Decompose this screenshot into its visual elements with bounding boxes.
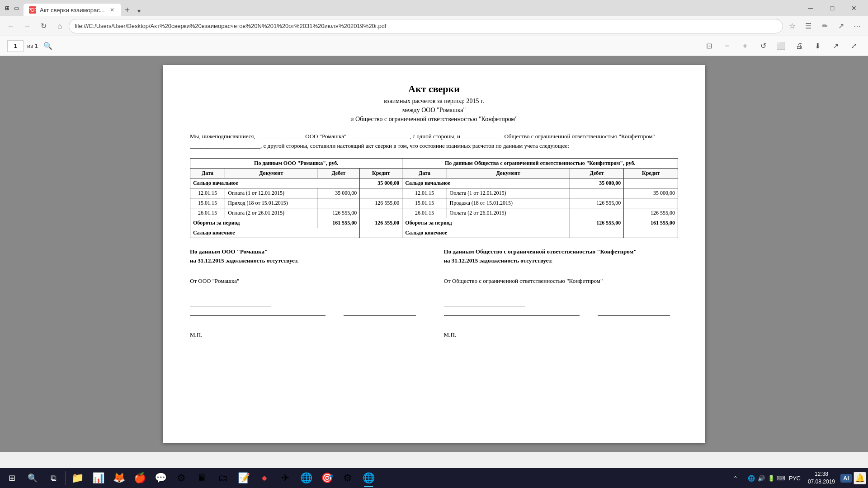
pdf-content-area: Акт сверки взаимных расчетов за период: …	[0, 56, 868, 452]
battery-icon[interactable]: 🔋	[767, 474, 775, 482]
col-doc-left: Документ	[225, 168, 317, 178]
right-saldo-kredit	[624, 178, 678, 188]
summary-section: По данным ООО "Ромашка" на 31.12.2015 за…	[190, 247, 678, 343]
right-saldo-final-kredit	[624, 228, 678, 238]
taskbar-app-red2[interactable]: 🎯	[317, 468, 337, 488]
left-oboroty-debet: 161 555,00	[317, 218, 360, 228]
title-bar: ⊞ ▭ PDF Акт сверки взаиморас... ✕ + ▾ ─ …	[0, 0, 868, 16]
sig-line-right	[444, 306, 525, 306]
notes-btn[interactable]: ✏	[817, 19, 832, 33]
taskbar-file-explorer[interactable]: 📁	[67, 468, 87, 488]
right-date-1: 12.01.15	[402, 188, 447, 198]
right-kredit-2	[624, 198, 678, 208]
more-btn[interactable]: ⋯	[850, 19, 864, 33]
left-debet-3: 126 555,00	[317, 208, 360, 218]
right-kredit-1: 35 000,00	[624, 188, 678, 198]
left-kredit-1	[360, 188, 402, 198]
print-btn[interactable]: 🖨	[792, 39, 807, 53]
taskbar-apple[interactable]: 🍎	[130, 468, 150, 488]
forward-btn[interactable]: →	[20, 19, 34, 33]
summary-right: По данным Общество с ограниченной ответс…	[444, 247, 678, 343]
zoom-in-btn[interactable]: +	[738, 39, 752, 53]
active-tab[interactable]: PDF Акт сверки взаиморас... ✕	[24, 4, 121, 16]
right-debet-3	[570, 208, 624, 218]
minimize-btn[interactable]: ─	[800, 0, 821, 16]
task-view-btn[interactable]: ⧉	[43, 468, 63, 488]
tab-close-btn[interactable]: ✕	[108, 6, 116, 14]
taskbar-edge[interactable]: 🌐	[359, 468, 378, 488]
taskbar-separator	[65, 471, 66, 485]
start-btn[interactable]: ⊞	[2, 468, 22, 488]
right-debet-1	[570, 188, 624, 198]
new-tab-btn[interactable]: +	[121, 4, 134, 16]
taskbar-yandex[interactable]: 🦊	[109, 468, 129, 488]
taskbar-search-btn[interactable]: 🔍	[23, 468, 42, 488]
taskbar-telegram[interactable]: ✈	[275, 468, 295, 488]
address-bar[interactable]: file:///C:/Users/User/Desktop/Акт%20свер…	[69, 19, 783, 33]
tab-list-btn[interactable]: ▭	[13, 5, 20, 12]
right-kredit-3: 126 555,00	[624, 208, 678, 218]
taskbar-app-red[interactable]: ●	[255, 468, 274, 488]
right-saldo-debet: 35 000,00	[570, 178, 624, 188]
tab-grid-btn[interactable]: ⊞	[4, 5, 11, 12]
share-btn[interactable]: ↗	[834, 19, 848, 33]
zoom-out-btn[interactable]: −	[720, 39, 734, 53]
close-btn[interactable]: ✕	[844, 0, 864, 16]
save-copy-btn[interactable]: ⬜	[774, 39, 788, 53]
left-oboroty-label: Обороты за период	[190, 218, 317, 228]
keyboard-icon[interactable]: ⌨	[777, 474, 785, 482]
pdf-toolbar: из 1 🔍 ⊡ − + ↺ ⬜ 🖨 ⬇ ↗ ⤢	[0, 36, 868, 56]
show-hidden-btn[interactable]: ^	[726, 468, 745, 488]
left-doc-1: Оплата (1 от 12.01.2015)	[225, 188, 317, 198]
taskbar-skype[interactable]: 💬	[151, 468, 170, 488]
clock-time: 12:38	[808, 470, 835, 478]
from-left: От ООО "Ромашка"	[190, 277, 424, 286]
tab-dropdown-btn[interactable]: ▾	[134, 5, 145, 16]
right-oboroty-kredit: 161 555,00	[624, 218, 678, 228]
volume-icon[interactable]: 🔊	[757, 474, 765, 482]
right-saldo-final-debet	[570, 228, 624, 238]
taskbar-chrome[interactable]: 🌐	[296, 468, 316, 488]
taskbar-powerpoint[interactable]: 📊	[88, 468, 108, 488]
left-saldo-final-kredit	[360, 228, 402, 238]
share-pdf-btn[interactable]: ↗	[828, 39, 843, 53]
nav-bar: ← → ↻ ⌂ file:///C:/Users/User/Desktop/Ак…	[0, 16, 868, 36]
subtitle1: взаимных расчетов за период: 2015 г.	[190, 98, 678, 105]
col-kredit-left: Кредит	[360, 168, 402, 178]
subtitle2: между ООО "Ромашка"	[190, 107, 678, 114]
page-number-input[interactable]	[7, 40, 24, 52]
download-btn[interactable]: ⬇	[810, 39, 825, 53]
notification-btn[interactable]: 🔔	[854, 472, 866, 484]
left-saldo-kredit: 35 000,00	[360, 178, 402, 188]
taskbar-settings[interactable]: ⚙	[338, 468, 358, 488]
rotate-btn[interactable]: ↺	[756, 39, 770, 53]
back-btn[interactable]: ←	[4, 19, 18, 33]
summary-left-title: По данным ООО "Ромашка"	[190, 248, 268, 255]
language-indicator[interactable]: РУС	[787, 475, 802, 482]
refresh-btn[interactable]: ↻	[36, 19, 51, 33]
right-date-3: 26.01.15	[402, 208, 447, 218]
taskbar-settings-alt[interactable]: ⚙	[171, 468, 191, 488]
right-doc-1: Оплата (1 от 12.01.2015)	[447, 188, 570, 198]
pdf-search-btn[interactable]: 🔍	[42, 40, 54, 52]
taskbar-right: ^ 🌐 🔊 🔋 ⌨ РУС 12:38 07.08.2019 Ai 🔔	[726, 468, 866, 488]
left-date-1: 12.01.15	[190, 188, 225, 198]
fit-page-btn[interactable]: ⊡	[702, 39, 716, 53]
hub-btn[interactable]: ☰	[801, 19, 816, 33]
taskbar-clock[interactable]: 12:38 07.08.2019	[804, 470, 839, 486]
taskbar-explorer[interactable]: 🗂	[213, 468, 233, 488]
left-table-header: По данным ООО "Ромашка", руб.	[190, 158, 402, 168]
left-kredit-2: 126 555,00	[360, 198, 402, 208]
taskbar: ⊞ 🔍 ⧉ 📁 📊 🦊 🍎 💬 ⚙ 🖩 🗂 📝 ● ✈ 🌐 🎯 ⚙ 🌐 ^ 🌐 …	[0, 468, 868, 488]
left-doc-3: Оплата (2 от 26.01.2015)	[225, 208, 317, 218]
right-oboroty-debet: 126 555,00	[570, 218, 624, 228]
taskbar-calculator[interactable]: 🖩	[192, 468, 212, 488]
ai-badge[interactable]: Ai	[840, 474, 852, 483]
fullscreen-btn[interactable]: ⤢	[846, 39, 861, 53]
favorites-btn[interactable]: ☆	[785, 19, 799, 33]
tab-title: Акт сверки взаиморас...	[40, 7, 105, 14]
taskbar-word[interactable]: 📝	[234, 468, 254, 488]
network-icon[interactable]: 🌐	[747, 474, 755, 482]
maximize-btn[interactable]: □	[822, 0, 843, 16]
home-btn[interactable]: ⌂	[52, 19, 67, 33]
